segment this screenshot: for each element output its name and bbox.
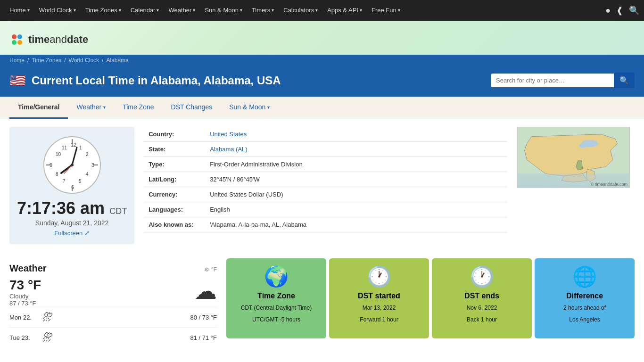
state-label: State:	[144, 142, 205, 157]
timezone-card-sub1: CDT (Central Daylight Time)	[241, 304, 312, 312]
country-label: Country:	[144, 127, 205, 142]
page-title: Current Local Time in Alabama, Alabama, …	[32, 74, 281, 87]
weather-forecast-row: Tue 23. ⛈ 81 / 71 °F	[9, 327, 217, 347]
forecast-temps-2: 81 / 71 °F	[190, 334, 217, 341]
weather-current: 73 °F Cloudy. 87 / 73 °F ☁	[9, 278, 217, 307]
top-navigation: Home ▾ World Clock ▾ Time Zones ▾ Calend…	[0, 0, 644, 21]
timezones-dropdown-icon: ▾	[119, 0, 121, 21]
tab-sunmoon[interactable]: Sun & Moon ▾	[221, 97, 278, 119]
svg-text:8: 8	[56, 172, 58, 177]
alsoknown-value: 'Alapama, A-la-pa-ma, AL, Alabama	[205, 217, 507, 232]
table-row: Lat/Long: 32°45'N / 86°45'W	[144, 172, 507, 187]
nav-timezones[interactable]: Time Zones ▾	[81, 0, 126, 21]
clock-face: 12 3 6 9 1 2 4 5 7 8 10 11	[41, 134, 103, 196]
nav-sunmoon[interactable]: Sun & Moon ▾	[200, 0, 247, 21]
difference-card-sub2: Los Angeles	[569, 316, 600, 324]
breadcrumb-timezones[interactable]: Time Zones	[32, 57, 61, 64]
type-value: First-Order Administrative Division	[205, 157, 507, 172]
dst-started-card-sub2: Forward 1 hour	[360, 316, 398, 324]
nav-weather[interactable]: Weather ▾	[164, 0, 200, 21]
map-copyright: © timeanddate.com	[591, 182, 627, 187]
appsapi-dropdown-icon: ▾	[360, 0, 362, 21]
share-icon[interactable]: ❰	[616, 5, 623, 16]
dst-ends-card-sub2: Back 1 hour	[467, 316, 497, 324]
logo-text: timeanddate	[28, 33, 88, 46]
clock-svg: 12 3 6 9 1 2 4 5 7 8 10 11	[41, 134, 103, 196]
table-row: Languages: English	[144, 202, 507, 217]
sunmoon-tab-chevron: ▾	[267, 105, 270, 110]
country-value: United States	[205, 127, 507, 142]
svg-point-3	[17, 40, 22, 45]
svg-text:7: 7	[63, 179, 66, 184]
weather-forecast-row: Mon 22. ⛈ 80 / 73 °F	[9, 307, 217, 327]
sunmoon-dropdown-icon: ▾	[240, 0, 242, 21]
hero-search: 🔍	[491, 73, 635, 88]
breadcrumb-home[interactable]: Home	[9, 57, 25, 64]
search-button[interactable]: 🔍	[614, 73, 635, 88]
clock-date: Sunday, August 21, 2022	[35, 219, 108, 227]
gear-icon: ⚙	[204, 266, 209, 273]
timezone-card-icon: 🌍	[264, 265, 289, 288]
home-dropdown-icon: ▾	[27, 0, 30, 21]
state-link[interactable]: Alabama (AL)	[210, 146, 247, 153]
forecast-icon-2: ⛈	[42, 331, 53, 344]
hero-section: 🇺🇸 Current Local Time in Alabama, Alabam…	[0, 66, 644, 97]
svg-text:4: 4	[86, 172, 89, 177]
svg-text:1: 1	[79, 145, 82, 150]
currency-label: Currency:	[144, 187, 205, 202]
timezone-card-title: Time Zone	[257, 292, 295, 300]
weather-temperature: 73 °F	[9, 278, 41, 293]
nav-appsapi[interactable]: Apps & API ▾	[322, 0, 367, 21]
site-logo[interactable]: timeanddate	[9, 32, 88, 47]
search-input[interactable]	[491, 74, 614, 87]
weather-dropdown-icon: ▾	[193, 0, 195, 21]
country-flag: 🇺🇸	[9, 73, 26, 88]
dst-started-card[interactable]: 🕐 DST started Mar 13, 2022 Forward 1 hou…	[329, 258, 429, 338]
svg-text:3: 3	[91, 162, 94, 168]
dst-ends-card-sub1: Nov 6, 2022	[467, 304, 497, 312]
weather-unit-control[interactable]: ⚙ °F	[204, 266, 217, 273]
search-icon[interactable]: 🔍	[629, 5, 639, 16]
svg-point-32	[579, 143, 586, 148]
nav-freefun[interactable]: Free Fun ▾	[367, 0, 405, 21]
info-cards-section: 🌍 Time Zone CDT (Central Daylight Time) …	[226, 258, 635, 352]
nav-worldclock[interactable]: World Clock ▾	[34, 0, 81, 21]
timezone-card-sub2: UTC/GMT -5 hours	[252, 316, 300, 324]
country-link[interactable]: United States	[210, 131, 247, 138]
nav-calculators[interactable]: Calculators ▾	[279, 0, 322, 21]
fullscreen-link[interactable]: Fullscreen ⤢	[54, 230, 90, 237]
tab-dst[interactable]: DST Changes	[163, 97, 221, 119]
tab-timegeneral[interactable]: Time/General	[9, 97, 68, 119]
calculators-dropdown-icon: ▾	[315, 0, 318, 21]
weather-description: Cloudy.	[9, 293, 41, 300]
main-content: 12 3 6 9 1 2 4 5 7 8 10 11	[0, 119, 644, 258]
tab-weather[interactable]: Weather ▾	[68, 97, 114, 119]
difference-card-icon: 🌐	[572, 265, 597, 288]
nav-timers[interactable]: Timers ▾	[247, 0, 279, 21]
weather-tab-chevron: ▾	[103, 105, 106, 110]
table-row: Type: First-Order Administrative Divisio…	[144, 157, 507, 172]
tab-timezone[interactable]: Time Zone	[114, 97, 162, 119]
difference-card-sub1: 2 hours ahead of	[563, 304, 606, 312]
bottom-area: Weather ⚙ °F 73 °F Cloudy. 87 / 73 °F ☁ …	[0, 258, 644, 362]
breadcrumb-worldclock[interactable]: World Clock	[69, 57, 99, 64]
state-value: Alabama (AL)	[205, 142, 507, 157]
info-table-container: Country: United States State: Alabama (A…	[144, 127, 507, 251]
info-section: 12 3 6 9 1 2 4 5 7 8 10 11	[9, 127, 507, 251]
dst-ends-card[interactable]: 🕐 DST ends Nov 6, 2022 Back 1 hour	[432, 258, 532, 338]
svg-text:11: 11	[62, 145, 67, 150]
user-icon[interactable]: ●	[605, 6, 611, 16]
calendar-dropdown-icon: ▾	[157, 0, 159, 21]
nav-calendar[interactable]: Calendar ▾	[126, 0, 164, 21]
dst-ends-card-title: DST ends	[464, 292, 499, 300]
svg-text:5: 5	[79, 179, 82, 184]
worldclock-dropdown-icon: ▾	[74, 0, 76, 21]
us-map-svg	[517, 127, 629, 188]
difference-card[interactable]: 🌐 Difference 2 hours ahead of Los Angele…	[535, 258, 635, 338]
timezone-card[interactable]: 🌍 Time Zone CDT (Central Daylight Time) …	[226, 258, 326, 338]
weather-current-icon: ☁	[194, 278, 217, 304]
clock-card: 12 3 6 9 1 2 4 5 7 8 10 11	[9, 127, 134, 244]
dst-started-card-title: DST started	[358, 292, 400, 300]
nav-home[interactable]: Home ▾	[5, 0, 34, 21]
svg-point-1	[17, 34, 22, 39]
